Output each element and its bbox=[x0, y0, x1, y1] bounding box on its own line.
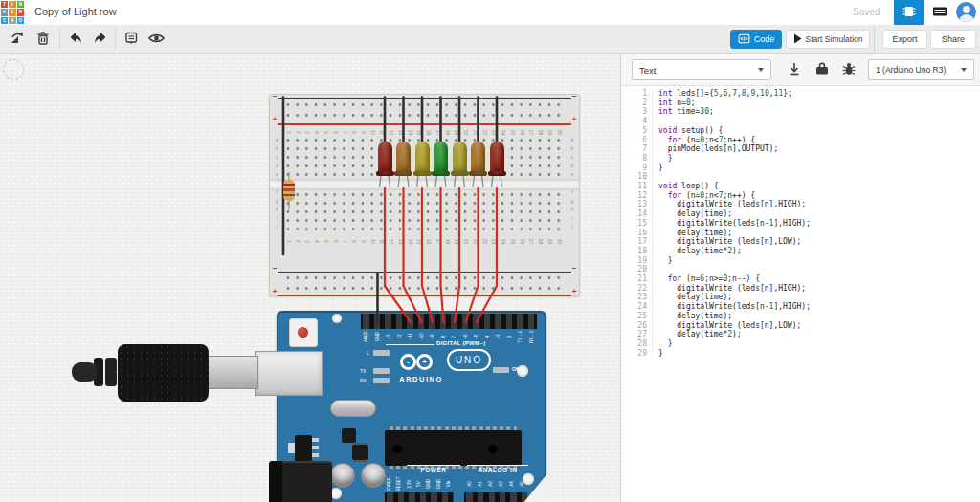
code-button[interactable]: Code bbox=[730, 30, 782, 49]
digital-header-left[interactable] bbox=[361, 314, 449, 329]
line-number: 29 bbox=[621, 349, 653, 359]
tinkercad-app: TINKERCAD Copy of Light row Saved bbox=[0, 0, 980, 502]
circuit-canvas[interactable]: 1234567891011121314151617181920212223242… bbox=[0, 54, 620, 502]
code-line[interactable]: 26 digitalWrite (leds[n],LOW); bbox=[621, 321, 980, 331]
breadboard-column-number: 22 bbox=[480, 128, 489, 137]
breadboard-column-number: 30 bbox=[555, 128, 564, 137]
download-code-button[interactable] bbox=[783, 59, 806, 80]
led[interactable] bbox=[471, 142, 485, 175]
board-select[interactable]: 1 (Arduino Uno R3) bbox=[868, 59, 974, 80]
breadboard-top-rail-holes bbox=[283, 99, 566, 120]
code-line[interactable]: 15 digitalWrite(leds[n-1],HIGH); bbox=[621, 219, 980, 229]
code-line[interactable]: 1int leds[]={5,6,7,8,9,10,11}; bbox=[621, 89, 980, 98]
code-line[interactable]: 22 digitalWrite (leds[n],HIGH); bbox=[621, 284, 980, 294]
redo-button[interactable] bbox=[90, 30, 111, 49]
annotation-button[interactable] bbox=[121, 30, 142, 49]
components-toggle-button[interactable] bbox=[894, 0, 924, 25]
code-line[interactable]: 24 digitalWrite(leds[n-1],HIGH); bbox=[621, 302, 980, 312]
breadboard-bottom-bank-holes bbox=[283, 190, 566, 233]
code-editor[interactable]: 1int leds[]={5,6,7,8,9,10,11};2int n=0;3… bbox=[621, 86, 980, 502]
led[interactable] bbox=[453, 142, 467, 175]
code-line[interactable]: 29} bbox=[621, 349, 980, 359]
code-line[interactable]: 4 bbox=[621, 117, 980, 126]
led[interactable] bbox=[490, 142, 504, 175]
code-line[interactable]: 19 } bbox=[621, 256, 980, 266]
reset-button[interactable] bbox=[289, 318, 318, 347]
code-line[interactable]: 16 delay(time); bbox=[621, 229, 980, 238]
led[interactable] bbox=[378, 142, 392, 175]
avatar[interactable] bbox=[956, 2, 976, 22]
edit-mode-select[interactable]: Text bbox=[632, 59, 771, 80]
code-text: delay(time); bbox=[653, 209, 732, 219]
line-number: 16 bbox=[621, 229, 653, 238]
resistor[interactable] bbox=[283, 180, 295, 201]
digital-pin-label: 4 bbox=[484, 330, 492, 343]
breadboard[interactable]: 1234567891011121314151617181920212223242… bbox=[269, 94, 580, 296]
code-line[interactable]: 27 delay(time*2); bbox=[621, 330, 980, 339]
code-line[interactable]: 12 for (n=0;n<7;n++) { bbox=[621, 191, 980, 201]
usb-port bbox=[255, 351, 323, 396]
undo-button[interactable] bbox=[65, 30, 86, 49]
code-line[interactable]: 17 digitalWrite (leds[n],LOW); bbox=[621, 237, 980, 247]
delete-button[interactable] bbox=[33, 30, 54, 49]
list-view-button[interactable] bbox=[924, 0, 954, 25]
usb-cable-connector[interactable] bbox=[118, 344, 209, 402]
start-simulation-button[interactable]: Start Simulation bbox=[786, 30, 870, 49]
power-pin-label: RESET bbox=[395, 476, 403, 491]
view-button[interactable] bbox=[145, 30, 167, 49]
share-button[interactable]: Share bbox=[930, 30, 976, 49]
breadboard-column-number: 21 bbox=[471, 128, 479, 137]
line-number: 8 bbox=[621, 154, 653, 164]
digital-silkscreen-line bbox=[386, 344, 434, 345]
code-line[interactable]: 2int n=0; bbox=[621, 98, 980, 108]
code-line[interactable]: 21 for (n=6;n>=0;n--) { bbox=[621, 274, 980, 284]
code-line[interactable]: 9} bbox=[621, 164, 980, 173]
power-pin-label: Vin bbox=[445, 476, 453, 491]
analog-pin-label: A4 bbox=[508, 478, 516, 490]
power-header[interactable] bbox=[385, 492, 454, 502]
export-button[interactable]: Export bbox=[882, 30, 927, 49]
code-line[interactable]: 23 delay(time); bbox=[621, 293, 980, 302]
breadboard-column-number: 27 bbox=[526, 237, 535, 246]
breadboard-column-number: 2 bbox=[294, 128, 302, 137]
voltage-regulator bbox=[295, 435, 312, 462]
breadboard-column-number: 21 bbox=[471, 237, 479, 246]
breadboard-column-number: 12 bbox=[387, 128, 395, 137]
code-line[interactable]: 7 pinMode(leds[n],OUTPUT); bbox=[621, 144, 980, 154]
document-title[interactable]: Copy of Light row bbox=[34, 6, 117, 17]
digital-header-right[interactable] bbox=[449, 314, 537, 329]
code-line[interactable]: 25 delay(time); bbox=[621, 312, 980, 321]
code-text: delay(time); bbox=[653, 312, 732, 321]
led[interactable] bbox=[396, 142, 411, 175]
breadboard-positive-rail-line bbox=[278, 123, 571, 125]
code-line[interactable]: 5void setup() { bbox=[621, 126, 980, 136]
code-line[interactable]: 13 digitalWrite (leds[n],HIGH); bbox=[621, 200, 980, 209]
rail-polarity-sign: − bbox=[570, 93, 578, 100]
code-text: void loop() { bbox=[653, 182, 719, 191]
code-line[interactable]: 10 bbox=[621, 172, 980, 182]
usb-plug[interactable] bbox=[207, 356, 258, 389]
code-line[interactable]: 3int time=30; bbox=[621, 107, 980, 117]
code-line[interactable]: 20 bbox=[621, 265, 980, 274]
rotate-button[interactable] bbox=[7, 30, 28, 49]
digital-pin-label: ~10 bbox=[418, 330, 426, 343]
code-line[interactable]: 28 } bbox=[621, 339, 980, 349]
code-line[interactable]: 14 delay(time); bbox=[621, 209, 980, 219]
component-library-button[interactable] bbox=[811, 59, 834, 80]
debug-button[interactable] bbox=[837, 59, 860, 80]
rail-polarity-sign: + bbox=[271, 288, 278, 295]
led[interactable] bbox=[415, 142, 430, 175]
board-select-value: 1 (Arduino Uno R3) bbox=[876, 65, 946, 75]
logo-tile: T bbox=[1, 1, 8, 8]
tinkercad-logo-icon[interactable]: TINKERCAD bbox=[0, 0, 25, 25]
zoom-to-fit-button[interactable] bbox=[3, 59, 24, 80]
code-line[interactable]: 11void loop() { bbox=[621, 182, 980, 191]
code-line[interactable]: 18 delay(time*2); bbox=[621, 247, 980, 256]
code-line[interactable]: 6 for (n=0;n<7;n++) { bbox=[621, 136, 980, 145]
analog-header[interactable] bbox=[464, 492, 527, 502]
code-button-label: Code bbox=[754, 34, 775, 44]
arduino-uno-board[interactable]: DIGITAL (PWM~) L TX RX - + ARDUINO UNO O… bbox=[277, 311, 546, 502]
start-simulation-label: Start Simulation bbox=[806, 34, 863, 44]
led[interactable] bbox=[434, 142, 448, 175]
code-line[interactable]: 8 } bbox=[621, 154, 980, 164]
